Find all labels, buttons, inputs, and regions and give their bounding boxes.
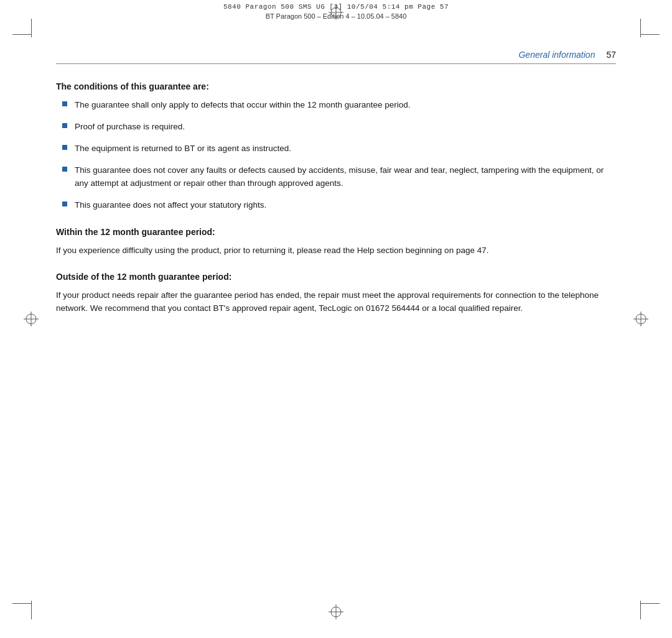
crop-mark-bl-h [12,603,31,604]
section-within-heading: Within the 12 month guarantee period: [56,227,616,237]
section-conditions-heading: The conditions of this guarantee are: [56,81,616,91]
crop-mark-tl-v [31,19,32,37]
page-number: 57 [606,50,616,60]
list-item: This guarantee does not cover any faults… [62,164,616,190]
crop-mark-br-h [641,603,660,604]
section-outside-heading: Outside of the 12 month guarantee period… [56,272,616,282]
content-area: General information 57 The conditions of… [56,50,616,588]
list-item: The guarantee shall only apply to defect… [62,99,616,112]
reg-mark-left [24,312,39,326]
bullet-text-1: The guarantee shall only apply to defect… [75,99,616,112]
bullet-text-3: The equipment is returned to BT or its a… [75,142,616,155]
section-outside-text: If your product needs repair after the g… [56,289,616,315]
reg-mark-right [633,312,648,326]
section-within-period: Within the 12 month guarantee period: If… [56,227,616,257]
page-container: 5840 Paragon 500 SMS UG [3] 10/5/04 5:14… [0,0,672,638]
crop-mark-tr-v [640,19,641,37]
section-within-text: If you experience difficulty using the p… [56,244,616,257]
crop-mark-br-v [640,601,641,619]
bullet-text-2: Proof of purchase is required. [75,121,616,134]
reg-mark-bottom [329,604,343,619]
bullet-icon [62,201,67,206]
bullet-text-4: This guarantee does not cover any faults… [75,164,616,190]
bullet-icon [62,167,67,172]
chapter-title: General information [518,50,595,60]
list-item: This guarantee does not affect your stat… [62,199,616,212]
list-item: Proof of purchase is required. [62,121,616,134]
bullet-icon [62,123,67,128]
bullet-list: The guarantee shall only apply to defect… [62,99,616,212]
crop-mark-tl-h [12,34,31,35]
reg-mark-top-center [329,5,343,20]
bullet-icon [62,101,67,106]
crop-mark-tr-h [641,34,660,35]
bullet-icon [62,145,67,150]
section-conditions: The conditions of this guarantee are: Th… [56,81,616,212]
bullet-text-5: This guarantee does not affect your stat… [75,199,616,212]
list-item: The equipment is returned to BT or its a… [62,142,616,155]
page-header: General information 57 [56,50,616,64]
section-outside-period: Outside of the 12 month guarantee period… [56,272,616,315]
crop-mark-bl-v [31,601,32,619]
